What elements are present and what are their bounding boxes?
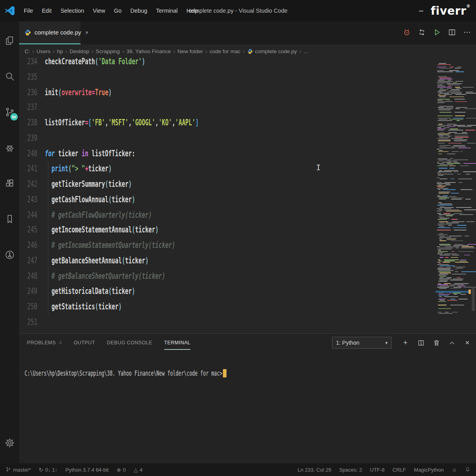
maximize-panel-icon[interactable]	[448, 339, 456, 347]
code-line-248: 248 # getBalanceSheetQuarterly(ticker)	[19, 269, 432, 284]
panel-tabs: PROBLEMS4OUTPUTDEBUG CONSOLETERMINAL	[27, 334, 190, 352]
menu-go[interactable]: Go	[109, 0, 126, 21]
split-terminal-icon[interactable]	[417, 339, 425, 347]
new-terminal-icon[interactable]: +	[401, 339, 409, 347]
status-utf-8[interactable]: UTF-8	[370, 467, 385, 473]
minimize-button[interactable]: –	[419, 6, 424, 16]
status-label: 4	[140, 467, 142, 473]
error-icon: ⊗	[117, 467, 121, 473]
breadcrumb-separator-icon: ›	[173, 48, 175, 54]
scrollbar-thumb[interactable]	[472, 287, 475, 311]
breadcrumb-segment[interactable]: Desktop	[69, 48, 89, 54]
split-editor-icon[interactable]	[448, 28, 456, 36]
run-python-icon[interactable]	[433, 28, 441, 36]
explorer-icon[interactable]	[0, 31, 19, 50]
breadcrumb-segment[interactable]: Users	[36, 48, 50, 54]
line-number: 239	[19, 131, 37, 146]
menu-help[interactable]: Help	[182, 0, 203, 21]
breadcrumb-segment[interactable]: 38. Yahoo Finance	[127, 48, 171, 54]
status-0-1-[interactable]: ↻0↓ 1↑	[39, 467, 58, 473]
search-icon[interactable]	[0, 67, 19, 86]
extensions-icon[interactable]	[0, 174, 19, 193]
breadcrumb-file[interactable]: complete code.py	[247, 48, 297, 54]
status-label: UTF-8	[370, 467, 385, 473]
panel-tab-output[interactable]: OUTPUT	[74, 334, 95, 352]
status-label: Python 3.7.4 64-bit	[65, 467, 109, 473]
line-number: 236	[19, 84, 37, 100]
activity-bar: 5K	[0, 21, 19, 463]
code-line-235: 235	[19, 69, 432, 85]
code-line-251: 251	[19, 315, 432, 330]
menu-debug[interactable]: Debug	[126, 0, 152, 21]
status-0[interactable]: ⊗0	[117, 467, 126, 473]
status-label: 0↓ 1↑	[45, 467, 58, 473]
line-number: 234	[19, 58, 37, 69]
line-number: 247	[19, 253, 37, 269]
breadcrumb-segment[interactable]: Scrapping	[96, 48, 120, 54]
tab-close-icon[interactable]: ×	[85, 29, 89, 36]
status-python-3-7-4-64-bit[interactable]: Python 3.7.4 64-bit	[65, 467, 109, 473]
breadcrumb-separator-icon: ›	[122, 48, 124, 54]
panel-tab-problems[interactable]: PROBLEMS4	[27, 334, 62, 352]
debug-icon[interactable]	[0, 138, 19, 157]
bookmarks-icon[interactable]	[0, 209, 19, 228]
menu-edit[interactable]: Edit	[37, 0, 56, 21]
panel-tab-debug-console[interactable]: DEBUG CONSOLE	[107, 334, 152, 352]
menu-view[interactable]: View	[88, 0, 109, 21]
code-line-249: 249 getHistoricalData(ticker)	[19, 284, 432, 299]
mouse-ibeam-cursor: I	[316, 163, 321, 172]
line-number: 235	[19, 69, 37, 85]
smiley-icon: ☺	[452, 467, 457, 473]
status-bar-left: master*↻0↓ 1↑Python 3.7.4 64-bit⊗0△4	[6, 466, 142, 473]
breadcrumb-segment[interactable]: C:	[25, 48, 30, 54]
editor-scrollbar[interactable]	[470, 58, 476, 333]
status-spaces-2[interactable]: Spaces: 2	[339, 467, 362, 473]
menu-bar: FileEditSelectionViewGoDebugTerminalHelp	[19, 0, 203, 21]
line-number: 244	[19, 207, 37, 223]
close-panel-icon[interactable]: ×	[463, 339, 471, 347]
kill-terminal-icon[interactable]	[432, 339, 440, 347]
line-number: 243	[19, 192, 37, 207]
breadcrumb-segment[interactable]: New folder	[177, 48, 203, 54]
menu-selection[interactable]: Selection	[56, 0, 88, 21]
status-crlf[interactable]: CRLF	[393, 467, 406, 473]
flame-circle-icon[interactable]	[403, 28, 411, 36]
breadcrumb-separator-icon: ›	[299, 48, 301, 54]
test-explorer-icon[interactable]	[0, 245, 19, 264]
panel-action-icons: +×	[401, 339, 471, 347]
compare-changes-icon[interactable]	[418, 28, 426, 36]
terminal-selector-value: 1: Python	[336, 340, 359, 346]
status-ln-233-col-29[interactable]: Ln 233, Col 29	[298, 467, 331, 473]
status-label: 0	[123, 467, 126, 473]
breadcrumb-segment[interactable]: code for mac	[209, 48, 240, 54]
status-magicpython[interactable]: MagicPython	[414, 467, 444, 473]
status-label: Ln 233, Col 29	[298, 467, 331, 473]
more-actions-icon[interactable]	[463, 28, 471, 36]
git-branch-icon	[6, 466, 11, 473]
breadcrumb-separator-icon: ›	[53, 48, 55, 54]
code-line-244: 244 # getCashFlowQuarterly(ticker)	[19, 207, 432, 223]
settings-gear-icon[interactable]	[0, 433, 19, 452]
breadcrumb-more[interactable]: …	[303, 48, 309, 54]
status-smiley-icon[interactable]: ☺	[452, 467, 457, 473]
code-line-236: 236init(overwrite=True)	[19, 84, 432, 100]
status-bell-icon[interactable]	[465, 466, 470, 473]
python-icon	[24, 29, 31, 36]
code-line-237: 237	[19, 100, 432, 115]
line-number: 237	[19, 100, 37, 115]
status-master-[interactable]: master*	[6, 466, 31, 473]
panel-tab-terminal[interactable]: TERMINAL	[164, 334, 190, 352]
code-line-245: 245 getIncomeStatementAnnual(ticker)	[19, 223, 432, 238]
terminal-selector[interactable]: 1: Python ▾	[332, 337, 392, 349]
source-control-icon[interactable]: 5K	[0, 102, 19, 121]
code-line-240: 240for ticker in listOfTicker:	[19, 146, 432, 161]
menu-terminal[interactable]: Terminal	[152, 0, 182, 21]
terminal[interactable]: C:\Users\hp\Desktop\Scrapping\38. Yahoo …	[25, 369, 476, 374]
menu-file[interactable]: File	[19, 0, 37, 21]
minimap[interactable]	[436, 60, 470, 317]
tab-complete-code-py[interactable]: complete code.py ×	[19, 21, 81, 44]
status-4[interactable]: △4	[134, 467, 142, 473]
breadcrumb-segment[interactable]: hp	[57, 48, 63, 54]
code-editor[interactable]: 234checkCreatePath('Data Folder')235236i…	[19, 58, 476, 333]
tab-strip: complete code.py ×	[19, 21, 476, 44]
